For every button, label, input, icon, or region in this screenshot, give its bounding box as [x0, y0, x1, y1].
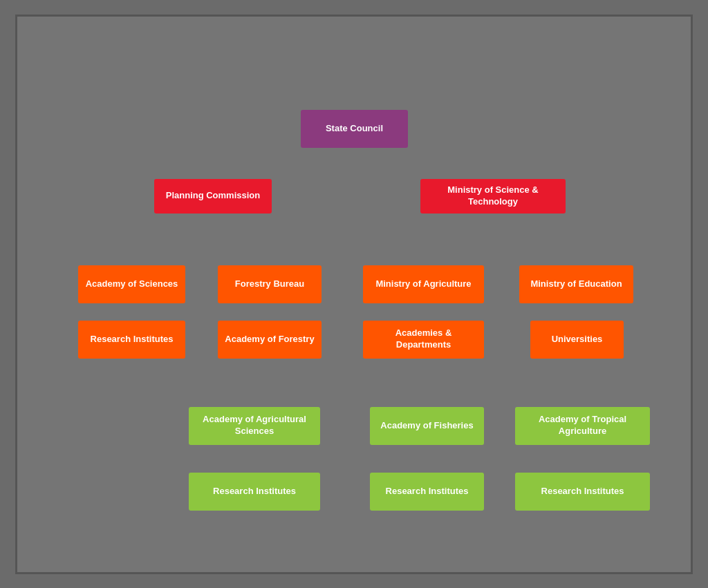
academy-fisheries-label: Academy of Fisheries [380, 420, 473, 432]
research-institutes-trop-node: Research Institutes [515, 473, 650, 511]
academy-tropical-label: Academy of Tropical Agriculture [521, 414, 644, 437]
canvas: State Council Planning Commission Minist… [15, 15, 693, 574]
universities-node: Universities [530, 321, 624, 359]
research-institutes-fish-node: Research Institutes [370, 473, 484, 511]
universities-label: Universities [552, 334, 603, 345]
research-institutes-fish-label: Research Institutes [386, 486, 469, 497]
research-institutes-trop-label: Research Institutes [541, 486, 624, 497]
academies-departments-label: Academies & Departments [369, 328, 478, 351]
ministry-sci-tech-node: Ministry of Science & Technology [420, 179, 566, 214]
research-institutes-1-node: Research Institutes [78, 321, 185, 359]
forestry-bureau-node: Forestry Bureau [218, 265, 322, 303]
ministry-sci-tech-label: Ministry of Science & Technology [426, 184, 560, 208]
ministry-agriculture-node: Ministry of Agriculture [363, 265, 484, 303]
planning-commission-label: Planning Commission [166, 190, 261, 202]
ministry-agriculture-label: Ministry of Agriculture [375, 278, 471, 290]
academy-tropical-node: Academy of Tropical Agriculture [515, 407, 650, 445]
forestry-bureau-label: Forestry Bureau [235, 278, 304, 290]
academy-sciences-node: Academy of Sciences [78, 265, 185, 303]
research-institutes-1-label: Research Institutes [91, 334, 174, 345]
academies-departments-node: Academies & Departments [363, 321, 484, 359]
state-council-node: State Council [301, 110, 408, 148]
academy-agricultural-label: Academy of Agricultural Sciences [194, 414, 315, 437]
state-council-label: State Council [326, 123, 383, 135]
planning-commission-node: Planning Commission [154, 179, 272, 214]
ministry-education-node: Ministry of Education [519, 265, 633, 303]
academy-agricultural-node: Academy of Agricultural Sciences [189, 407, 320, 445]
academy-forestry-node: Academy of Forestry [218, 321, 322, 359]
academy-fisheries-node: Academy of Fisheries [370, 407, 484, 445]
research-institutes-ag-label: Research Institutes [213, 486, 296, 497]
academy-forestry-label: Academy of Forestry [225, 334, 314, 345]
research-institutes-ag-node: Research Institutes [189, 473, 320, 511]
ministry-education-label: Ministry of Education [530, 278, 622, 290]
academy-sciences-label: Academy of Sciences [86, 278, 178, 290]
